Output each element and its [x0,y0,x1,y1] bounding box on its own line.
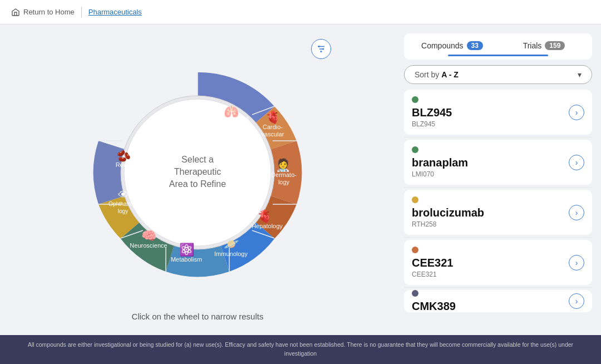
home-icon [11,8,20,17]
svg-text:🫁: 🫁 [224,104,239,119]
compound-code-blz945: BLZ945 [412,120,569,128]
svg-text:Dermato-: Dermato- [271,171,297,178]
filter-button[interactable] [311,39,331,59]
compound-arrow-blz945[interactable]: › [569,105,584,120]
svg-text:Area to Refine: Area to Refine [169,179,226,189]
svg-text:⚛️: ⚛️ [179,242,195,257]
footer: All compounds are either investigational… [0,335,601,364]
tabs-row: Compounds 33 Trials 159 [407,37,589,55]
tab-active-indicator [448,55,548,56]
tab-trials-label: Trials [523,41,542,50]
sort-chevron-icon: ▾ [578,70,582,79]
svg-text:Ophthalmo-: Ophthalmo- [109,201,137,207]
compound-dot-branaplam [412,146,418,153]
svg-text:🧠: 🧠 [141,228,157,243]
compound-arrow-cmk389[interactable]: › [569,293,584,309]
compound-info-cee321: CEE321 CEE321 [412,247,569,278]
compound-name-blz945: BLZ945 [412,106,569,119]
compound-card-cmk389[interactable]: CMK389 › [404,290,592,312]
svg-text:Immunology: Immunology [214,250,248,257]
svg-text:🪐: 🪐 [224,237,239,252]
compound-info-cmk389: CMK389 [412,290,569,312]
right-panel: Compounds 33 Trials 159 Sort by A - Z ▾ [395,24,601,335]
compound-card-blz945[interactable]: BLZ945 BLZ945 › [404,90,592,135]
svg-point-5 [321,51,322,52]
home-link[interactable]: Return to Home [11,8,75,17]
compound-dot-cmk389 [412,290,418,297]
svg-text:Renal: Renal [116,161,132,168]
sort-value: A - Z [441,70,459,79]
svg-text:Therapeutic: Therapeutic [174,167,221,176]
left-panel: Select a Therapeutic Area to Refine Resp… [0,24,395,335]
wheel-hint: Click on the wheel to narrow results [64,312,331,321]
compound-name-branaplam: branaplam [412,156,569,169]
svg-text:Select a: Select a [181,155,214,164]
footer-text: All compounds are either investigational… [11,341,590,358]
compound-arrow-cee321[interactable]: › [569,255,584,270]
tab-trials-count: 159 [545,41,565,50]
compound-info-branaplam: branaplam LMI070 [412,146,569,178]
wheel-svg: Select a Therapeutic Area to Refine Resp… [64,39,331,306]
separator-3 [404,237,592,238]
svg-text:🫀: 🫀 [265,110,281,125]
compound-code-brolucizumab: RTH258 [412,220,569,228]
compound-arrow-branaplam[interactable]: › [569,155,584,170]
svg-text:👁: 👁 [118,189,129,201]
main-content: Select a Therapeutic Area to Refine Resp… [0,24,601,335]
filter-icon [316,44,326,54]
svg-point-3 [318,46,320,47]
tabs-container: Compounds 33 Trials 159 [404,33,592,60]
tab-trials[interactable]: Trials 159 [499,37,589,55]
header: Return to Home Pharmaceuticals [0,0,601,24]
svg-text:🫀: 🫀 [257,209,273,224]
compound-card-branaplam[interactable]: branaplam LMI070 › [404,140,592,185]
separator-2 [404,187,592,188]
breadcrumb[interactable]: Pharmaceuticals [88,8,142,16]
compound-dot-cee321 [412,247,418,253]
svg-text:Hepatology: Hepatology [252,223,283,229]
compound-name-cmk389: CMK389 [412,300,569,313]
compound-name-brolucizumab: brolucizumab [412,206,569,219]
separator-1 [404,137,592,137]
compound-dot-blz945 [412,96,418,103]
compound-info-brolucizumab: brolucizumab RTH258 [412,196,569,228]
tab-compounds-label: Compounds [421,41,464,50]
svg-text:logy: logy [118,208,128,214]
svg-text:🫘: 🫘 [117,149,131,163]
svg-text:vascular: vascular [262,131,284,137]
compound-code-cee321: CEE321 [412,270,569,278]
svg-text:Cardio-: Cardio- [263,124,283,130]
sort-button[interactable]: Sort by A - Z ▾ [404,65,592,84]
svg-text:Allergy: Allergy [221,124,240,130]
compound-info-blz945: BLZ945 BLZ945 [412,96,569,128]
svg-text:Neuroscience: Neuroscience [130,242,167,249]
compound-name-cee321: CEE321 [412,257,569,269]
compound-dot-brolucizumab [412,196,418,203]
compound-card-cee321[interactable]: CEE321 CEE321 › [404,240,592,285]
compound-card-brolucizumab[interactable]: brolucizumab RTH258 › [404,190,592,235]
svg-text:🧑‍⚕️: 🧑‍⚕️ [275,158,291,173]
header-divider [81,7,82,18]
compound-code-branaplam: LMI070 [412,170,569,178]
separator-4 [404,287,592,288]
home-label: Return to Home [23,8,75,16]
sort-prefix: Sort by [415,70,439,79]
svg-text:Metabolism: Metabolism [171,256,202,263]
tab-compounds-count: 33 [467,41,483,50]
svg-point-4 [322,48,324,50]
tab-compounds[interactable]: Compounds 33 [407,37,497,55]
svg-text:logy: logy [278,179,290,185]
therapeutic-wheel[interactable]: Select a Therapeutic Area to Refine Resp… [64,39,331,306]
compounds-list: BLZ945 BLZ945 › branaplam LMI070 › [404,90,592,326]
compound-arrow-brolucizumab[interactable]: › [569,205,584,220]
